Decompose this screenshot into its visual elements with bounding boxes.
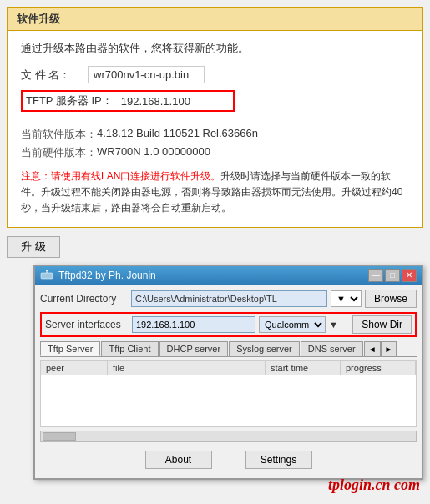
minimize-button[interactable]: — bbox=[368, 269, 383, 282]
notice-red: 注意：请使用有线LAN口连接进行软件升级。 bbox=[21, 170, 220, 182]
tab-nav-right[interactable]: ► bbox=[381, 341, 397, 356]
sw-label: 当前软件版本： bbox=[21, 127, 97, 142]
col-start-time: start time bbox=[266, 361, 341, 375]
tftp-highlighted-row: TFTP 服务器 IP： 192.168.1.100 bbox=[21, 90, 235, 112]
svg-point-4 bbox=[46, 270, 48, 271]
tabs-row: Tftp Server Tftp Client DHCP server Sysl… bbox=[40, 341, 417, 357]
tab-tftp-server[interactable]: Tftp Server bbox=[40, 341, 100, 356]
intro-text: 通过升级本路由器的软件，您将获得新的功能。 bbox=[21, 41, 409, 56]
titlebar-text: Tftpd32 by Ph. Jounin bbox=[58, 270, 156, 281]
notice-text: 注意：请使用有线LAN口连接进行软件升级。升级时请选择与当前硬件版本一致的软件。… bbox=[21, 169, 409, 217]
current-dir-row: Current Directory ▼ Browse bbox=[40, 290, 417, 308]
browse-button[interactable]: Browse bbox=[365, 290, 417, 308]
table-header: peer file start time progress bbox=[41, 361, 416, 375]
svg-rect-2 bbox=[45, 275, 47, 275]
titlebar-left: Tftpd32 by Ph. Jounin bbox=[40, 269, 156, 282]
tab-nav-left[interactable]: ◄ bbox=[364, 341, 381, 356]
col-peer: peer bbox=[41, 361, 108, 375]
table-body bbox=[41, 375, 416, 426]
tftpd-bottom: About Settings bbox=[40, 446, 417, 473]
close-button[interactable]: ✕ bbox=[402, 269, 417, 282]
scrollbar-thumb[interactable] bbox=[43, 432, 76, 441]
sw-value: 4.18.12 Build 110521 Rel.63666n bbox=[97, 127, 258, 142]
filename-row: 文 件 名： wr700nv1-cn-up.bin bbox=[21, 66, 409, 83]
server-interfaces-ip[interactable] bbox=[132, 316, 255, 333]
upgrade-btn-area: 升 级 bbox=[7, 236, 423, 258]
panel-title: 软件升级 bbox=[8, 8, 422, 31]
current-dir-input[interactable] bbox=[131, 290, 327, 307]
maximize-button[interactable]: □ bbox=[385, 269, 400, 282]
tftp-label: TFTP 服务器 IP： bbox=[23, 92, 116, 110]
app-icon bbox=[40, 269, 53, 282]
tab-dns-server[interactable]: DNS server bbox=[301, 341, 363, 356]
sw-version-row: 当前软件版本： 4.18.12 Build 110521 Rel.63666n bbox=[21, 127, 409, 142]
svg-rect-0 bbox=[41, 273, 53, 279]
horizontal-scrollbar[interactable] bbox=[40, 431, 417, 442]
col-progress: progress bbox=[341, 361, 416, 375]
server-interfaces-adapter[interactable]: Qualcomm bbox=[259, 316, 326, 333]
watermark: tplogin.cn com bbox=[328, 476, 420, 494]
about-button[interactable]: About bbox=[145, 451, 212, 469]
top-panel: 软件升级 通过升级本路由器的软件，您将获得新的功能。 文 件 名： wr700n… bbox=[7, 7, 423, 228]
hw-version-row: 当前硬件版本： WR700N 1.0 00000000 bbox=[21, 145, 409, 160]
titlebar-buttons: — □ ✕ bbox=[368, 269, 417, 282]
filename-value: wr700nv1-cn-up.bin bbox=[88, 66, 205, 83]
hw-value: WR700N 1.0 00000000 bbox=[97, 145, 210, 160]
tftp-value: 192.168.1.100 bbox=[116, 93, 233, 109]
show-dir-button[interactable]: Show Dir bbox=[352, 315, 412, 334]
adapter-dropdown-arrow: ▼ bbox=[329, 320, 338, 330]
server-interfaces-row: Server interfaces Qualcomm ▼ Show Dir bbox=[40, 312, 417, 337]
tab-dhcp-server[interactable]: DHCP server bbox=[159, 341, 229, 356]
current-dir-label: Current Directory bbox=[40, 293, 128, 305]
tftpd-titlebar: Tftpd32 by Ph. Jounin — □ ✕ bbox=[35, 266, 422, 285]
server-interfaces-label: Server interfaces bbox=[45, 319, 129, 330]
svg-rect-1 bbox=[43, 275, 44, 275]
version-section: 当前软件版本： 4.18.12 Build 110521 Rel.63666n … bbox=[21, 127, 409, 160]
filename-label: 文 件 名： bbox=[21, 68, 88, 83]
upgrade-button[interactable]: 升 级 bbox=[7, 236, 60, 258]
tftpd-window: Tftpd32 by Ph. Jounin — □ ✕ Current Dire… bbox=[33, 265, 423, 480]
tftpd-body: Current Directory ▼ Browse Server interf… bbox=[35, 285, 422, 478]
tab-syslog-server[interactable]: Syslog server bbox=[229, 341, 300, 356]
current-dir-dropdown[interactable]: ▼ bbox=[331, 290, 362, 307]
table-area: peer file start time progress bbox=[40, 360, 417, 427]
hw-label: 当前硬件版本： bbox=[21, 145, 97, 160]
tab-tftp-client[interactable]: Tftp Client bbox=[101, 341, 158, 356]
settings-button[interactable]: Settings bbox=[245, 451, 312, 469]
col-file: file bbox=[108, 361, 266, 375]
